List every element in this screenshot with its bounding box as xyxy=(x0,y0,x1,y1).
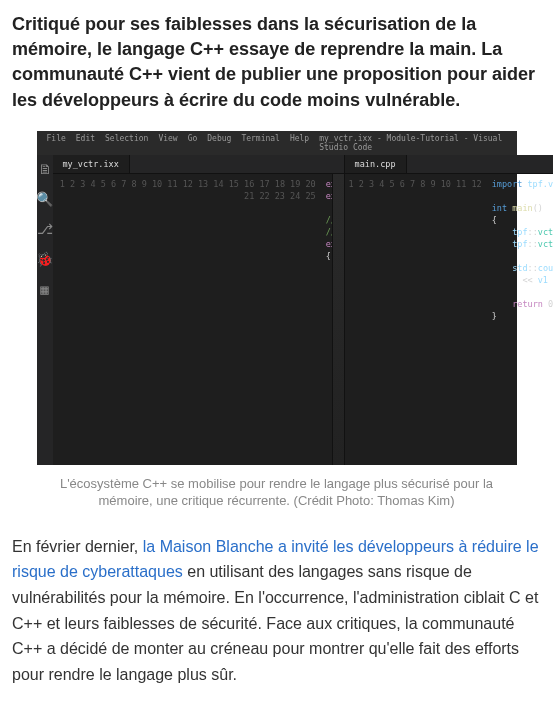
minimap xyxy=(332,174,344,465)
debug-icon: 🐞 xyxy=(37,251,53,267)
ide-menubar: File Edit Selection View Go Debug Termin… xyxy=(37,131,517,155)
tab-right-file: main.cpp xyxy=(345,155,407,173)
menu-item: Selection xyxy=(105,134,148,152)
files-icon: 🗎 xyxy=(37,161,53,177)
left-editor-pane: my_vctr.ixx 1 2 3 4 5 6 7 8 9 10 11 12 1… xyxy=(53,155,345,465)
git-icon: ⎇ xyxy=(37,221,53,237)
right-editor-pane: main.cpp 1 2 3 4 5 6 7 8 9 10 11 12 impo… xyxy=(345,155,553,465)
figure-caption: L'écosystème C++ se mobilise pour rendre… xyxy=(37,475,517,510)
window-title: my_vctr.ixx - Module-Tutorial - Visual S… xyxy=(319,134,506,152)
tab-left-file: my_vctr.ixx xyxy=(53,155,130,173)
menu-item: Edit xyxy=(76,134,95,152)
lead-paragraph: Critiqué pour ses faiblesses dans la séc… xyxy=(12,12,541,113)
activity-bar: 🗎 🔍 ⎇ 🐞 ▦ xyxy=(37,155,53,465)
menu-item: Go xyxy=(188,134,198,152)
body-post-link: en utilisant des langages sans risque de… xyxy=(12,563,538,682)
search-icon: 🔍 xyxy=(37,191,53,207)
article-body: En février dernier, la Maison Blanche a … xyxy=(12,534,541,688)
extensions-icon: ▦ xyxy=(37,281,53,297)
line-gutter-right: 1 2 3 4 5 6 7 8 9 10 11 12 xyxy=(345,174,486,465)
code-lines-right: import tpf.vctr; int main() { tpf::vctr … xyxy=(486,174,553,465)
body-pre-link: En février dernier, xyxy=(12,538,143,555)
menu-item: View xyxy=(158,134,177,152)
code-lines-left: export module tpf.vctr; export import st… xyxy=(320,174,332,465)
code-editor-screenshot: File Edit Selection View Go Debug Termin… xyxy=(37,131,517,465)
line-gutter-left: 1 2 3 4 5 6 7 8 9 10 11 12 13 14 15 16 1… xyxy=(53,174,320,465)
menu-item: Terminal xyxy=(241,134,280,152)
menu-item: Debug xyxy=(207,134,231,152)
menu-item: Help xyxy=(290,134,309,152)
menu-item: File xyxy=(47,134,66,152)
